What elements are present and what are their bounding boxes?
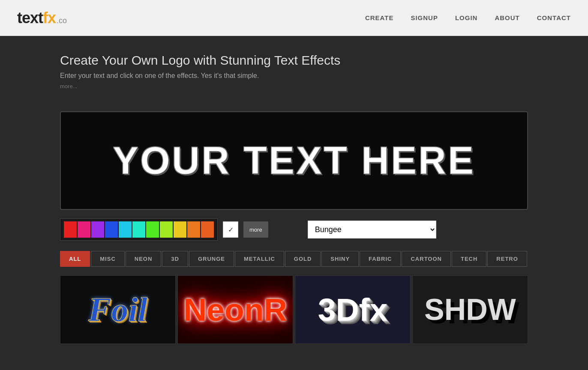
color-palette bbox=[60, 218, 218, 241]
nav-item-about[interactable]: ABOUT bbox=[495, 14, 519, 21]
foil-effect-text: Foil bbox=[88, 290, 147, 329]
hero-section: Create Your Own Logo with Stunning Text … bbox=[0, 36, 588, 103]
effects-grid: Foil NeonR 3Dfx SHDW bbox=[60, 275, 528, 344]
filter-tab-3d[interactable]: 3D bbox=[162, 251, 188, 267]
color-swatch-green[interactable] bbox=[146, 221, 159, 238]
controls-bar: ✓ more BungeeArialTimes New RomanImpactV… bbox=[60, 218, 528, 241]
filter-tab-metallic[interactable]: METALLIC bbox=[235, 251, 284, 267]
nav-item-contact[interactable]: CONTACT bbox=[537, 14, 571, 21]
hero-subtitle: Enter your text and click on one of the … bbox=[60, 72, 528, 80]
shdw-effect-text: SHDW bbox=[424, 292, 516, 327]
logo-text-part: text bbox=[17, 9, 43, 27]
more-colors-button[interactable]: more bbox=[243, 221, 268, 238]
color-swatch-yellow[interactable] bbox=[174, 221, 186, 238]
effect-card-3dfx[interactable]: 3Dfx bbox=[295, 275, 411, 344]
color-swatch-blue[interactable] bbox=[105, 221, 118, 238]
filter-tab-cartoon[interactable]: CARTOON bbox=[402, 251, 450, 267]
filter-tab-retro[interactable]: RETRO bbox=[487, 251, 527, 267]
logo-fx-part: fx bbox=[43, 9, 56, 27]
3dfx-effect-text: 3Dfx bbox=[318, 291, 388, 328]
logo[interactable]: text fx .co bbox=[17, 9, 67, 27]
filter-tab-misc[interactable]: MISC bbox=[91, 251, 125, 267]
color-swatch-cyan[interactable] bbox=[119, 221, 132, 238]
preview-text-display: YOUR TEXT HERE bbox=[113, 139, 475, 183]
color-swatch-purple[interactable] bbox=[91, 221, 104, 238]
check-icon: ✓ bbox=[228, 226, 234, 234]
nav-item-login[interactable]: LOGIN bbox=[455, 14, 478, 21]
color-swatch-pink[interactable] bbox=[78, 221, 90, 238]
check-button[interactable]: ✓ bbox=[223, 221, 238, 238]
filter-tab-tech[interactable]: TECH bbox=[452, 251, 486, 267]
hero-more-link[interactable]: more... bbox=[60, 83, 77, 90]
filter-tab-all[interactable]: ALL bbox=[60, 251, 90, 267]
color-swatch-orange[interactable] bbox=[187, 221, 200, 238]
filter-tab-grunge[interactable]: GRUNGE bbox=[189, 251, 234, 267]
font-selector[interactable]: BungeeArialTimes New RomanImpactVerdana bbox=[308, 221, 436, 239]
filter-tab-shiny[interactable]: SHINY bbox=[321, 251, 359, 267]
color-swatch-red[interactable] bbox=[64, 221, 77, 238]
nav-item-create[interactable]: CREATE bbox=[365, 14, 394, 21]
filter-tab-neon[interactable]: NEON bbox=[126, 251, 162, 267]
color-swatch-teal[interactable] bbox=[132, 221, 145, 238]
filter-tab-fabric[interactable]: FABRIC bbox=[360, 251, 401, 267]
effect-card-foil[interactable]: Foil bbox=[60, 275, 176, 344]
main-nav: CREATESIGNUPLOGINABOUTCONTACT bbox=[365, 14, 571, 21]
header: text fx .co CREATESIGNUPLOGINABOUTCONTAC… bbox=[0, 0, 588, 36]
filter-tabs-bar: ALLMISCNEON3DGRUNGEMETALLICGOLDSHINYFABR… bbox=[60, 251, 528, 267]
nav-item-signup[interactable]: SIGNUP bbox=[411, 14, 438, 21]
text-preview-area[interactable]: YOUR TEXT HERE bbox=[60, 111, 528, 210]
neonr-effect-text: NeonR bbox=[183, 291, 287, 328]
filter-tab-gold[interactable]: GOLD bbox=[285, 251, 321, 267]
effect-card-neonr[interactable]: NeonR bbox=[177, 275, 293, 344]
color-swatch-orange2[interactable] bbox=[201, 221, 214, 238]
hero-title: Create Your Own Logo with Stunning Text … bbox=[60, 53, 528, 68]
logo-co-part: .co bbox=[57, 16, 67, 25]
color-swatch-lime[interactable] bbox=[160, 221, 173, 238]
effect-card-shdw[interactable]: SHDW bbox=[412, 275, 528, 344]
